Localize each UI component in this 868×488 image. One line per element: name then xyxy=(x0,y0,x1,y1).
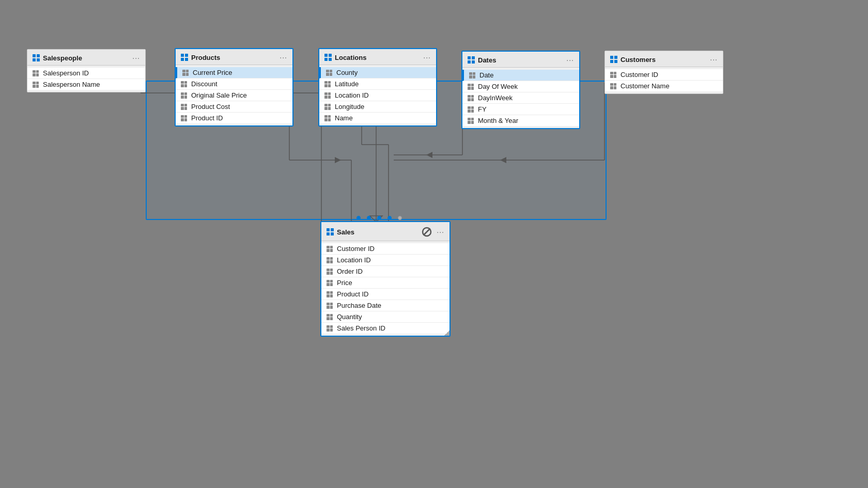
table-row: Product ID xyxy=(176,113,292,123)
field-icon xyxy=(327,303,333,309)
table-row: Order ID xyxy=(321,266,450,277)
table-row: Original Sale Price xyxy=(176,90,292,101)
field-name: Product ID xyxy=(337,290,368,298)
resize-handle[interactable] xyxy=(444,330,450,336)
field-icon xyxy=(326,70,332,76)
field-name: Longitude xyxy=(335,103,364,111)
field-icon xyxy=(181,92,187,99)
salespeople-table: Salespeople ··· Salesperson ID Salespers… xyxy=(27,49,146,92)
products-menu[interactable]: ··· xyxy=(280,53,287,61)
customers-table: Customers ··· Customer ID Customer Name xyxy=(605,51,723,94)
no-symbol-icon xyxy=(421,226,432,238)
field-name: Date xyxy=(479,71,493,79)
field-name: Latitude xyxy=(335,80,359,88)
products-title: Products xyxy=(191,54,220,61)
dates-table: Dates ··· Date Day Of Week DayInWeek FY xyxy=(461,51,580,129)
products-header: Products ··· xyxy=(176,49,292,65)
field-icon xyxy=(468,95,474,101)
table-row: DayInWeek xyxy=(462,92,579,104)
field-icon xyxy=(324,115,331,121)
customers-title: Customers xyxy=(621,56,656,64)
dates-grid-icon xyxy=(468,56,475,64)
field-icon xyxy=(468,84,474,90)
field-icon xyxy=(468,106,474,113)
table-row: Product ID xyxy=(321,289,450,300)
field-name: DayInWeek xyxy=(478,94,513,102)
sales-header: Sales ··· xyxy=(321,222,450,241)
dates-header: Dates ··· xyxy=(462,52,579,68)
field-name: Month & Year xyxy=(478,117,518,124)
table-row: Current Price xyxy=(176,67,292,78)
field-icon xyxy=(324,92,331,99)
locations-table: Locations ··· County Latitude Location I… xyxy=(318,48,437,127)
dot-3[interactable] xyxy=(377,216,381,220)
products-table: Products ··· Current Price Discount Orig… xyxy=(175,48,293,127)
locations-grid-icon xyxy=(324,54,332,61)
field-icon xyxy=(327,257,333,263)
svg-marker-18 xyxy=(500,157,506,163)
field-icon xyxy=(468,118,474,124)
table-row: FY xyxy=(462,104,579,115)
field-icon xyxy=(469,72,475,78)
table-row: Price xyxy=(321,277,450,289)
dot-4[interactable] xyxy=(388,216,392,220)
dot-5[interactable] xyxy=(398,216,402,220)
locations-header: Locations ··· xyxy=(319,49,436,65)
locations-menu[interactable]: ··· xyxy=(423,53,431,61)
field-icon xyxy=(327,325,333,332)
table-row: Month & Year xyxy=(462,115,579,126)
field-name: FY xyxy=(478,105,487,113)
dates-menu[interactable]: ··· xyxy=(566,56,574,64)
dot-1[interactable] xyxy=(357,216,361,220)
salespeople-header: Salespeople ··· xyxy=(27,50,145,66)
table-row: Location ID xyxy=(319,90,436,101)
field-name: Customer ID xyxy=(621,71,658,78)
field-icon xyxy=(610,72,616,78)
field-name: Order ID xyxy=(337,267,363,275)
customers-menu[interactable]: ··· xyxy=(710,55,718,64)
table-row: Location ID xyxy=(321,255,450,266)
customers-header: Customers ··· xyxy=(605,51,723,67)
field-name: Discount xyxy=(191,80,218,88)
field-icon xyxy=(181,115,187,121)
field-name: Location ID xyxy=(337,256,371,264)
field-name: Original Sale Price xyxy=(191,91,247,99)
dates-title: Dates xyxy=(478,56,496,64)
field-icon xyxy=(327,269,333,275)
field-name: County xyxy=(336,69,358,76)
field-icon xyxy=(327,314,333,320)
field-icon xyxy=(181,104,187,110)
sales-title: Sales xyxy=(337,228,354,236)
table-row: Longitude xyxy=(319,101,436,113)
table-row: Product Cost xyxy=(176,101,292,113)
field-name: Product ID xyxy=(191,114,223,122)
dates-body: Date Day Of Week DayInWeek FY Month & Ye… xyxy=(462,68,579,128)
salespeople-menu[interactable]: ··· xyxy=(132,54,140,62)
field-icon xyxy=(33,82,39,88)
field-name: Customer Name xyxy=(621,82,670,90)
table-row: Customer ID xyxy=(321,243,450,255)
products-body: Current Price Discount Original Sale Pri… xyxy=(176,65,292,125)
customers-body: Customer ID Customer Name xyxy=(605,67,723,93)
salespeople-grid-icon xyxy=(33,54,40,61)
field-name: Product Cost xyxy=(191,103,230,111)
sales-menu[interactable]: ··· xyxy=(437,228,444,236)
field-name: Customer ID xyxy=(337,245,375,253)
field-icon xyxy=(324,81,331,87)
field-name: Location ID xyxy=(335,91,369,99)
locations-title: Locations xyxy=(335,54,366,61)
svg-marker-7 xyxy=(335,157,341,163)
field-icon xyxy=(327,291,333,297)
field-name: Quantity xyxy=(337,313,362,321)
sales-grid-icon xyxy=(327,228,334,235)
field-name: Price xyxy=(337,279,352,287)
table-row: Date xyxy=(462,70,579,81)
field-icon xyxy=(182,70,189,76)
table-row: Latitude xyxy=(319,78,436,90)
dot-2[interactable] xyxy=(367,216,371,220)
table-row: Customer Name xyxy=(605,81,723,91)
field-name: Purchase Date xyxy=(337,302,381,309)
salespeople-body: Salesperson ID Salesperson Name xyxy=(27,66,145,92)
svg-line-24 xyxy=(424,229,430,235)
field-name: Day Of Week xyxy=(478,83,518,90)
